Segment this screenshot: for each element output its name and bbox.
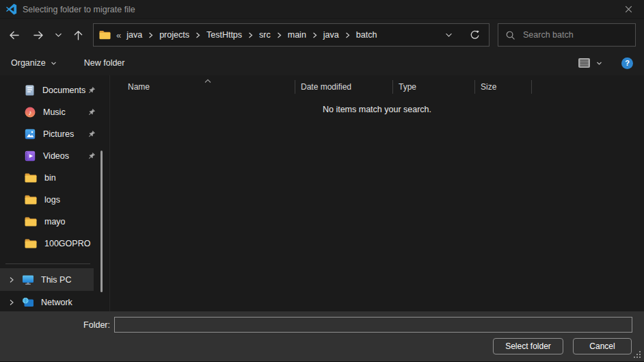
breadcrumb-segment[interactable]: java <box>124 29 145 41</box>
sidebar-item-documents[interactable]: Documents <box>0 79 107 101</box>
sidebar-item-network[interactable]: Network <box>0 291 107 311</box>
sidebar-item-label: logs <box>44 195 60 205</box>
breadcrumb-segment[interactable]: src <box>256 29 273 41</box>
sidebar-item-this-pc[interactable]: This PC <box>0 268 94 291</box>
chevron-down-icon <box>596 60 602 66</box>
chevron-right-icon <box>148 32 153 38</box>
empty-results-message: No items match your search. <box>110 105 644 114</box>
refresh-button[interactable] <box>466 26 483 44</box>
sidebar-item-label: Music <box>43 107 66 117</box>
sidebar-item-label: mayo <box>44 217 66 227</box>
sidebar-item-label: bin <box>44 173 56 183</box>
search-box[interactable] <box>498 23 636 47</box>
address-bar[interactable]: « java projects TestHttps src main java … <box>93 23 489 47</box>
network-icon <box>22 297 34 308</box>
this-pc-icon <box>22 274 34 285</box>
column-header-type[interactable]: Type <box>393 80 474 94</box>
sidebar-item-label: 100GOPRO <box>44 239 90 248</box>
sidebar-item-100gopro[interactable]: 100GOPRO <box>0 233 107 255</box>
chevron-right-icon <box>277 32 282 38</box>
collapsed-path-indicator[interactable]: « <box>116 30 121 40</box>
chevron-right-icon <box>345 32 350 38</box>
select-folder-button[interactable]: Select folder <box>493 338 563 354</box>
close-button[interactable] <box>619 2 637 17</box>
breadcrumb-segment[interactable]: projects <box>157 29 192 41</box>
view-mode-button[interactable] <box>578 57 602 68</box>
back-button[interactable] <box>4 25 23 45</box>
address-dropdown-button[interactable] <box>440 26 457 44</box>
pictures-icon <box>25 129 36 140</box>
dialog-footer: Folder: Select folder Cancel <box>0 311 644 361</box>
pin-icon[interactable] <box>87 152 96 161</box>
sidebar-item-videos[interactable]: Videos <box>0 145 107 167</box>
chevron-down-icon <box>55 31 62 39</box>
chevron-right-icon <box>196 32 200 38</box>
pin-icon[interactable] <box>87 86 96 95</box>
folder-name-input[interactable] <box>114 317 632 333</box>
svg-text:♪: ♪ <box>29 109 32 116</box>
breadcrumb-segment[interactable]: TestHttps <box>204 29 245 41</box>
sidebar-item-pictures[interactable]: Pictures <box>0 123 107 145</box>
recent-locations-button[interactable] <box>51 25 66 45</box>
window-title: Selecting folder to migrate file <box>23 5 619 14</box>
sidebar-item-label: This PC <box>41 275 71 285</box>
chevron-right-icon[interactable] <box>8 299 15 306</box>
folder-label: Folder: <box>0 320 114 330</box>
chevron-down-icon <box>445 31 453 39</box>
resize-grip[interactable] <box>634 351 641 359</box>
sidebar-scrollbar-thumb[interactable] <box>100 151 103 292</box>
command-bar-right: ? <box>578 57 633 69</box>
column-header-name[interactable]: Name <box>110 80 295 94</box>
new-folder-button[interactable]: New folder <box>84 58 125 68</box>
dialog-body: Documents ♪ Music <box>0 75 644 311</box>
navigation-pane: Documents ♪ Music <box>0 75 107 311</box>
command-bar: Organize New folder <box>0 51 644 75</box>
column-headers: Name Date modified Type Size <box>110 78 644 96</box>
sidebar-item-label: Documents <box>42 86 85 95</box>
sidebar-item-music[interactable]: ♪ Music <box>0 101 107 123</box>
organize-label: Organize <box>11 58 46 68</box>
sidebar-item-label: Videos <box>43 151 69 161</box>
refresh-icon <box>470 30 480 40</box>
cancel-button[interactable]: Cancel <box>573 338 632 354</box>
folder-icon <box>99 30 111 40</box>
pin-icon[interactable] <box>87 130 96 139</box>
resize-grip-dots <box>634 351 635 352</box>
pin-icon[interactable] <box>87 108 96 117</box>
chevron-right-icon <box>312 32 317 38</box>
question-mark-icon: ? <box>625 59 630 67</box>
column-divider[interactable] <box>531 80 532 94</box>
videos-icon <box>25 151 36 161</box>
arrow-up-icon <box>72 29 84 41</box>
arrow-left-icon <box>8 29 20 41</box>
sidebar-item-label: Network <box>41 298 72 307</box>
breadcrumb-segment[interactable]: main <box>285 29 309 41</box>
titlebar: Selecting folder to migrate file <box>0 0 644 19</box>
folder-input-row: Folder: <box>0 317 644 333</box>
organize-button[interactable]: Organize <box>11 58 57 68</box>
arrow-right-icon <box>33 29 44 41</box>
file-list-area: Name Date modified Type Size No items ma… <box>109 75 644 311</box>
folder-icon <box>25 217 37 227</box>
breadcrumb-segment[interactable]: batch <box>353 29 380 41</box>
column-header-size[interactable]: Size <box>475 80 531 94</box>
sidebar-separator <box>5 263 90 264</box>
search-icon <box>505 30 515 40</box>
folder-icon <box>25 239 37 248</box>
new-folder-label: New folder <box>84 58 125 68</box>
up-button[interactable] <box>68 25 88 45</box>
sidebar-item-bin[interactable]: bin <box>0 167 107 189</box>
chevron-right-icon[interactable] <box>8 276 15 283</box>
column-header-date-modified[interactable]: Date modified <box>295 80 392 94</box>
chevron-down-icon <box>51 60 57 66</box>
folder-icon <box>25 173 37 183</box>
dialog-buttons-row: Select folder Cancel <box>0 338 644 354</box>
search-input[interactable] <box>522 29 628 40</box>
navigation-bar: « java projects TestHttps src main java … <box>0 19 644 51</box>
forward-button[interactable] <box>29 25 48 45</box>
help-button[interactable]: ? <box>621 57 633 69</box>
sidebar-item-logs[interactable]: logs <box>0 189 107 211</box>
breadcrumb-segment[interactable]: java <box>321 29 342 41</box>
file-dialog-window: Selecting folder to migrate file <box>0 0 644 362</box>
sidebar-item-mayo[interactable]: mayo <box>0 211 107 233</box>
